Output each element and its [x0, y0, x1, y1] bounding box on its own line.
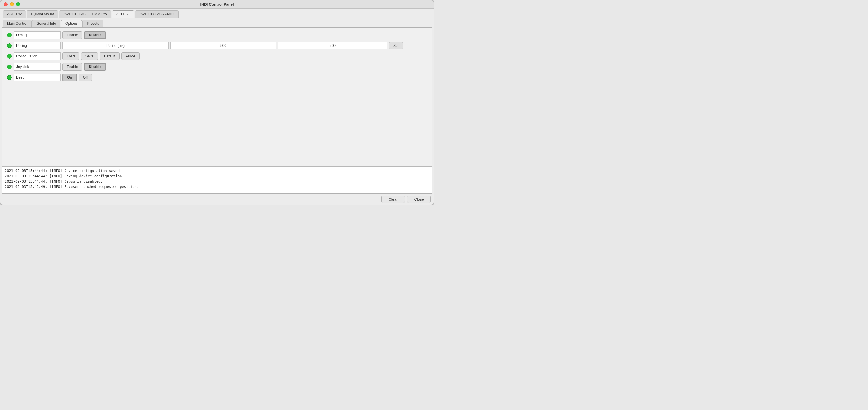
beep-label: Beep: [13, 74, 61, 81]
clear-button[interactable]: Clear: [381, 196, 405, 203]
debug-label: Debug: [13, 31, 61, 39]
configuration-default-button[interactable]: Default: [100, 53, 120, 60]
device-tab-asi-efw[interactable]: ASI EFW: [3, 10, 26, 18]
log-line-3: 2021-09-03T15:44:44: [INFO] Debug is dis…: [5, 179, 429, 184]
title-bar: INDI Control Panel: [0, 0, 434, 8]
sub-tab-presets[interactable]: Presets: [83, 20, 103, 27]
traffic-lights: [4, 2, 20, 6]
log-line-2: 2021-09-03T15:44:44: [INFO] Saving devic…: [5, 174, 429, 179]
polling-period-label: Period (ms): [62, 42, 168, 50]
close-window-button[interactable]: [4, 2, 8, 6]
close-button[interactable]: Close: [407, 196, 431, 203]
main-panel: Debug Enable Disable Polling Period (ms)…: [2, 27, 432, 193]
polling-label: Polling: [13, 42, 61, 50]
joystick-label: Joystick: [13, 63, 61, 71]
main-window: INDI Control Panel ASI EFW EQMod Mount Z…: [0, 0, 434, 205]
configuration-save-button[interactable]: Save: [81, 53, 98, 60]
configuration-load-button[interactable]: Load: [62, 53, 79, 60]
beep-status-dot: [7, 75, 12, 80]
device-tab-eqmod-mount[interactable]: EQMod Mount: [27, 10, 58, 18]
device-tab-zwo-ccd-asi1600mm-pro[interactable]: ZWO CCD ASI1600MM Pro: [59, 10, 112, 18]
device-tabs: ASI EFW EQMod Mount ZWO CCD ASI1600MM Pr…: [0, 8, 434, 18]
joystick-status-dot: [7, 64, 12, 69]
beep-on-button[interactable]: On: [62, 74, 77, 81]
maximize-window-button[interactable]: [16, 2, 20, 6]
debug-status-dot: [7, 33, 12, 37]
polling-value2[interactable]: 500: [278, 42, 387, 50]
content-area: ASI EFW EQMod Mount ZWO CCD ASI1600MM Pr…: [0, 8, 434, 205]
polling-set-button[interactable]: Set: [389, 42, 403, 50]
sub-tabs: Main Control General Info Options Preset…: [0, 18, 434, 27]
joystick-disable-button[interactable]: Disable: [84, 63, 106, 71]
polling-value1: 500: [170, 42, 276, 50]
beep-off-button[interactable]: Off: [79, 74, 92, 81]
polling-row: Polling Period (ms) 500 500 Set: [7, 42, 427, 50]
controls-area: Debug Enable Disable Polling Period (ms)…: [2, 28, 432, 165]
polling-status-dot: [7, 43, 12, 48]
configuration-purge-button[interactable]: Purge: [121, 53, 140, 60]
device-tab-zwo-ccd-asi224mc[interactable]: ZWO CCD ASI224MC: [135, 10, 179, 18]
debug-enable-button[interactable]: Enable: [62, 31, 82, 39]
log-line-1: 2021-09-03T15:44:44: [INFO] Device confi…: [5, 168, 429, 174]
device-tab-asi-eaf[interactable]: ASI EAF: [112, 10, 134, 18]
minimize-window-button[interactable]: [10, 2, 14, 6]
log-line-4: 2021-09-03T15:42:49: [INFO] Focuser reac…: [5, 184, 429, 189]
bottom-bar: Clear Close: [0, 193, 434, 205]
debug-row: Debug Enable Disable: [7, 31, 427, 39]
window-title: INDI Control Panel: [200, 2, 234, 6]
configuration-status-dot: [7, 54, 12, 59]
joystick-row: Joystick Enable Disable: [7, 63, 427, 71]
beep-row: Beep On Off: [7, 74, 427, 81]
sub-tab-general-info[interactable]: General Info: [32, 20, 60, 27]
sub-tab-options[interactable]: Options: [61, 20, 82, 27]
configuration-label: Configuration: [13, 53, 61, 60]
sub-tab-main-control[interactable]: Main Control: [3, 20, 32, 27]
log-area[interactable]: 2021-09-03T15:44:44: [INFO] Device confi…: [2, 167, 432, 193]
debug-disable-button[interactable]: Disable: [84, 31, 106, 39]
configuration-row: Configuration Load Save Default Purge: [7, 53, 427, 60]
joystick-enable-button[interactable]: Enable: [62, 63, 82, 71]
